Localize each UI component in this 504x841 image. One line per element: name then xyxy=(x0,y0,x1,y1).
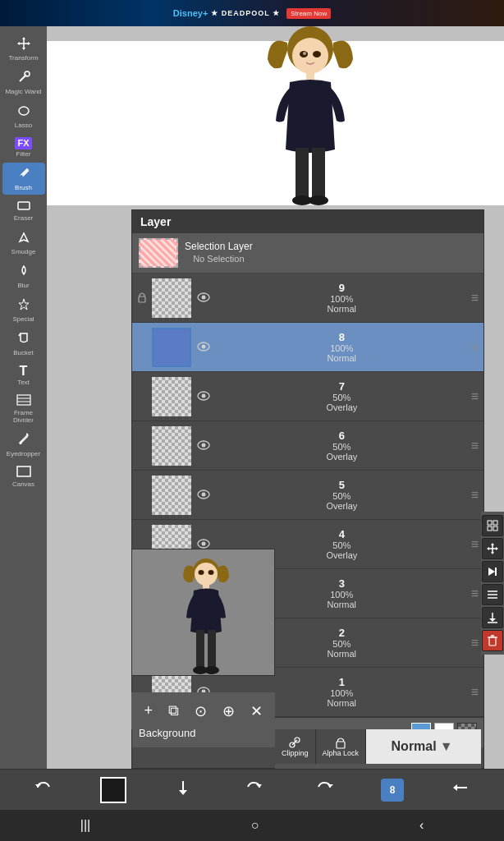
layer-drag-9[interactable]: ≡ xyxy=(471,291,479,306)
tool-eraser[interactable]: Eraser xyxy=(2,196,45,225)
eye-icon-6[interactable] xyxy=(196,439,211,453)
layer-opacity-7: 50% xyxy=(332,393,351,402)
redo-button[interactable] xyxy=(310,774,338,806)
tool-brush[interactable]: Brush xyxy=(2,163,45,195)
svg-point-34 xyxy=(202,443,206,447)
layer-row-7[interactable]: 7 50% Overlay ≡ xyxy=(132,372,483,421)
tool-canvas[interactable]: Canvas xyxy=(2,462,45,491)
alpha-lock-button[interactable]: Alpha Lock xyxy=(316,729,367,764)
move-icon-btn[interactable] xyxy=(482,538,503,559)
layer-info-7: 7 50% Overlay xyxy=(216,380,468,412)
tool-transform[interactable]: Transform xyxy=(2,33,45,65)
color-swatch[interactable] xyxy=(100,777,126,803)
selection-layer-row[interactable]: Selection Layer No Selection xyxy=(132,233,483,273)
tool-filter[interactable]: FX Filter xyxy=(2,134,45,161)
tool-brush-label: Brush xyxy=(15,184,32,191)
svg-point-18 xyxy=(19,107,29,115)
nav-back-button[interactable]: ‹ xyxy=(403,815,440,836)
layer-info-8: 8 100% Normal xyxy=(216,331,468,363)
layer-row-8[interactable]: 8 100% Normal ≡ xyxy=(132,323,483,372)
clipping-label: Clipping xyxy=(282,749,309,757)
tool-eyedropper[interactable]: Eyedropper xyxy=(2,429,45,461)
layer-drag-4[interactable]: ≡ xyxy=(471,537,479,552)
add-layer-button[interactable]: + xyxy=(140,699,156,723)
layer-blend-7: Overlay xyxy=(326,402,357,412)
svg-rect-85 xyxy=(337,742,345,748)
tool-bucket[interactable]: Bucket xyxy=(2,328,45,360)
grid-icon-btn[interactable] xyxy=(482,515,503,536)
layer-panel-title: Layer xyxy=(140,215,171,228)
svg-marker-86 xyxy=(35,784,41,788)
tool-magic-wand-label: Magic Wand xyxy=(5,88,41,95)
layer-num-7: 7 xyxy=(339,380,345,393)
undo-button[interactable] xyxy=(30,774,57,806)
layer-drag-2[interactable]: ≡ xyxy=(471,636,479,650)
blend-mode-button[interactable]: Normal ▼ xyxy=(366,729,481,764)
tool-eyedropper-label: Eyedropper xyxy=(7,450,40,457)
merge-button[interactable]: ⊕ xyxy=(219,699,238,724)
tool-lasso[interactable]: Lasso xyxy=(2,100,45,132)
nav-menu-button[interactable]: ||| xyxy=(64,815,107,836)
svg-marker-68 xyxy=(491,552,494,554)
eye-icon-8[interactable] xyxy=(196,341,211,354)
layer-drag-3[interactable]: ≡ xyxy=(471,586,479,601)
layer-row-5[interactable]: 5 50% Overlay ≡ xyxy=(132,471,483,520)
blend-mode-value: Normal xyxy=(392,739,437,754)
copy-layer-button[interactable]: ⧉ xyxy=(165,699,182,723)
svg-rect-62 xyxy=(493,521,497,525)
layer-blend-8: Normal xyxy=(328,353,356,363)
import-icon-btn[interactable] xyxy=(482,607,503,628)
layer-row-6[interactable]: 6 50% Overlay ≡ xyxy=(132,421,483,471)
layer-drag-5[interactable]: ≡ xyxy=(471,488,479,503)
back-button[interactable] xyxy=(240,774,268,806)
svg-marker-89 xyxy=(256,784,262,788)
stream-button[interactable]: Stream Now xyxy=(286,8,331,19)
tool-magic-wand[interactable]: Magic Wand xyxy=(2,67,45,99)
layer-thumb-9 xyxy=(152,278,191,318)
tool-frame-divider[interactable]: Frame Divider xyxy=(2,391,45,427)
layer-blend-5: Overlay xyxy=(326,501,357,511)
layer-drag-7[interactable]: ≡ xyxy=(471,389,479,404)
tool-canvas-label: Canvas xyxy=(12,480,34,488)
right-icon-panel xyxy=(481,512,504,655)
delete-icon-btn[interactable] xyxy=(482,630,503,651)
layer-row-9[interactable]: 9 100% Normal ≡ xyxy=(132,273,483,323)
left-toolbar: Transform Magic Wand Lasso FX Filter Bru… xyxy=(0,26,47,769)
svg-rect-25 xyxy=(17,466,30,476)
layer-drag-8[interactable]: ≡ xyxy=(471,340,479,355)
layer-panel-header: Layer xyxy=(132,210,483,233)
canvas-thumbnail[interactable] xyxy=(131,549,275,676)
layer-thumb-8 xyxy=(152,328,191,367)
svg-point-38 xyxy=(202,541,206,545)
camera-button[interactable]: ⊙ xyxy=(191,699,210,724)
eye-icon-9[interactable] xyxy=(196,292,211,305)
layer-drag-6[interactable]: ≡ xyxy=(471,439,479,453)
layer-number-badge[interactable]: 8 xyxy=(381,779,404,802)
layer-blend-2: Normal xyxy=(328,649,356,659)
nav-home-button[interactable]: ○ xyxy=(235,815,276,836)
layer-num-6: 6 xyxy=(339,430,345,442)
ad-banner[interactable]: Disney+ ★ DEADPOOL ★ Stream Now xyxy=(0,0,504,26)
align-icon-btn[interactable] xyxy=(482,584,503,605)
eye-icon-7[interactable] xyxy=(196,390,211,403)
svg-rect-57 xyxy=(196,630,204,668)
layer-drag-1[interactable]: ≡ xyxy=(471,685,479,700)
tool-special[interactable]: Special xyxy=(2,294,45,326)
tool-blur[interactable]: Blur xyxy=(2,260,45,292)
tool-text[interactable]: T Text xyxy=(2,361,45,389)
layer-bottom-toolbar: + ⧉ ⊙ ⊕ ✕ xyxy=(131,692,275,729)
down-button[interactable] xyxy=(169,774,197,806)
eye-icon-5[interactable] xyxy=(196,489,211,502)
drawing-canvas[interactable] xyxy=(47,41,504,205)
svg-marker-69 xyxy=(487,547,489,550)
svg-point-55 xyxy=(208,570,214,575)
tool-transform-label: Transform xyxy=(8,54,38,62)
tool-smudge[interactable]: Smudge xyxy=(2,227,45,259)
skip-icon-btn[interactable] xyxy=(482,561,503,582)
tool-text-label: Text xyxy=(17,379,30,386)
delete-layer-button[interactable]: ✕ xyxy=(247,699,266,724)
svg-point-24 xyxy=(19,442,21,444)
layer-thumb-6 xyxy=(152,426,191,466)
arrow-button[interactable] xyxy=(447,774,474,806)
clipping-button[interactable]: Clipping xyxy=(275,729,316,764)
